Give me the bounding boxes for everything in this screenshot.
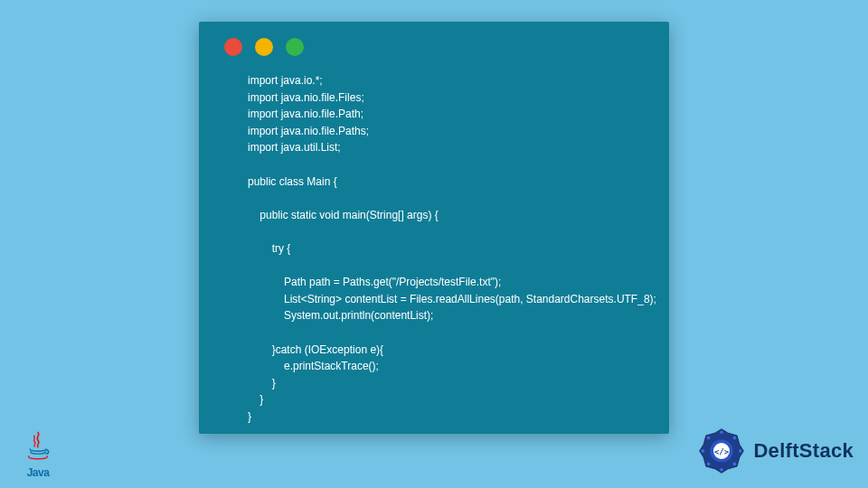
code-block: import java.io.*; import java.nio.file.F… [248,72,647,425]
delftstack-logo: </> DelftStack [697,427,854,475]
svg-point-5 [733,436,737,440]
minimize-icon [255,38,273,56]
svg-point-7 [733,463,737,466]
svg-point-8 [721,468,724,472]
svg-point-10 [702,449,705,453]
java-logo: Java [16,431,60,479]
close-icon [224,38,242,56]
delftstack-badge-icon: </> [697,427,746,475]
java-logo-label: Java [16,466,60,479]
maximize-icon [286,38,304,56]
svg-point-11 [707,436,711,440]
svg-point-9 [707,463,711,466]
traffic-lights [224,38,647,56]
svg-point-4 [721,431,724,435]
java-cup-icon [20,431,56,462]
svg-text:</>: </> [714,447,730,456]
code-window: import java.io.*; import java.nio.file.F… [199,22,669,434]
delftstack-label: DelftStack [753,439,854,463]
svg-point-6 [739,449,742,453]
